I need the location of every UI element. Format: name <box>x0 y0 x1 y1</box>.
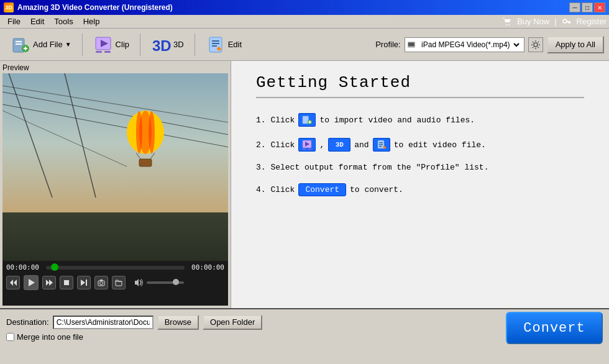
profile-dropdown[interactable]: iPad MPEG4 Video(*.mp4) <box>405 37 524 52</box>
svg-rect-8 <box>16 43 22 45</box>
svg-text:3D: 3D <box>152 37 171 54</box>
titlebar-controls[interactable]: ─ □ ✕ <box>569 2 605 12</box>
menu-help[interactable]: Help <box>78 16 105 27</box>
merge-row: Merge into one file <box>6 332 262 342</box>
svg-rect-53 <box>86 280 87 286</box>
svg-rect-45 <box>139 159 152 166</box>
edit-label: Edit <box>228 40 242 49</box>
profile-thumb-icon <box>408 41 416 48</box>
key-icon <box>562 17 572 27</box>
separator-2 <box>140 34 140 56</box>
progress-bar[interactable] <box>46 266 185 270</box>
svg-point-2 <box>563 19 567 23</box>
open-folder-button[interactable] <box>112 276 126 289</box>
step-forward-icon <box>80 279 88 286</box>
merge-label[interactable]: Merge into one file <box>17 332 83 342</box>
svg-line-35 <box>2 92 228 135</box>
3d-button[interactable]: 3D 3D <box>145 32 190 57</box>
profile-select[interactable]: iPad MPEG4 Video(*.mp4) <box>419 40 521 50</box>
stop-button[interactable] <box>60 276 73 289</box>
edit-icon <box>206 35 226 55</box>
step4-convert-button[interactable]: Convert <box>298 183 346 196</box>
title-divider <box>256 97 584 98</box>
step-forward-button[interactable] <box>77 276 91 289</box>
add-file-button[interactable]: Add File ▼ <box>5 32 77 57</box>
svg-rect-65 <box>303 148 306 150</box>
apply-all-button[interactable]: Apply to All <box>547 36 604 53</box>
gear-icon <box>531 40 541 50</box>
svg-rect-62 <box>309 121 311 123</box>
svg-rect-70 <box>379 146 382 147</box>
volume-area <box>134 278 184 287</box>
timeline: 00:00:00 00:00:00 <box>6 263 224 271</box>
register-link[interactable]: Register <box>577 17 607 26</box>
clip-button[interactable]: Clip <box>88 32 135 57</box>
titlebar-left: 3D Amazing 3D Video Converter (Unregiste… <box>4 2 173 12</box>
svg-rect-69 <box>379 144 383 145</box>
svg-point-24 <box>534 43 538 47</box>
svg-line-29 <box>533 42 534 43</box>
buy-now-link[interactable]: Buy Now <box>517 17 549 26</box>
convert-button[interactable]: Convert <box>506 312 603 344</box>
svg-line-44 <box>150 153 155 159</box>
svg-point-55 <box>100 282 103 285</box>
merge-checkbox[interactable] <box>6 333 14 341</box>
menu-tools[interactable]: Tools <box>49 16 78 27</box>
total-time: 00:00:00 <box>188 263 224 271</box>
step2-3d-icon[interactable]: 3D <box>328 138 350 152</box>
edit-button[interactable]: Edit <box>200 32 247 57</box>
menu-file[interactable]: File <box>2 16 25 27</box>
menubar: File Edit Tools Help Buy Now | Register <box>0 15 609 29</box>
play-button[interactable] <box>24 275 39 290</box>
browse-button[interactable]: Browse <box>157 315 199 330</box>
playback-controls <box>6 274 224 291</box>
svg-line-31 <box>533 47 534 48</box>
svg-marker-49 <box>46 280 49 286</box>
open-folder-button[interactable]: Open Folder <box>203 315 262 330</box>
svg-rect-23 <box>408 42 414 46</box>
svg-point-1 <box>508 24 510 25</box>
restore-button[interactable]: □ <box>582 2 593 12</box>
svg-rect-57 <box>116 281 122 286</box>
step-3: 3. Select output format from the "Profil… <box>256 163 584 172</box>
titlebar: 3D Amazing 3D Video Converter (Unregiste… <box>0 0 609 15</box>
right-panel: Getting Started 1. Click to import video… <box>231 61 609 308</box>
minimize-button[interactable]: ─ <box>569 2 580 12</box>
svg-marker-58 <box>135 279 139 286</box>
bottom-row1: Destination: Browse Open Folder <box>6 315 262 330</box>
skip-back-button[interactable] <box>6 276 20 289</box>
volume-slider[interactable] <box>147 281 184 284</box>
svg-marker-48 <box>29 279 35 286</box>
step-1-text: 1. Click to import video and audio files… <box>256 113 475 127</box>
add-file-dropdown-arrow[interactable]: ▼ <box>65 41 71 48</box>
skip-back-icon <box>9 279 17 286</box>
bottom-left: Destination: Browse Open Folder Merge in… <box>6 315 262 342</box>
settings-button[interactable] <box>528 37 543 52</box>
svg-line-30 <box>538 47 539 48</box>
svg-rect-68 <box>379 142 383 143</box>
svg-rect-7 <box>16 41 22 42</box>
svg-line-37 <box>2 86 228 123</box>
svg-marker-47 <box>14 280 17 286</box>
svg-rect-5 <box>568 22 569 24</box>
destination-input[interactable] <box>53 316 153 329</box>
fast-forward-button[interactable] <box>42 276 56 289</box>
svg-marker-46 <box>10 280 13 286</box>
cart-icon <box>502 17 512 27</box>
progress-knob[interactable] <box>51 263 58 271</box>
add-file-icon <box>11 35 30 55</box>
step2-edit-icon[interactable] <box>373 138 390 152</box>
clip-icon-small <box>302 140 312 150</box>
step-1: 1. Click to import video and audio files… <box>256 113 584 127</box>
svg-rect-19 <box>212 43 219 44</box>
volume-knob[interactable] <box>173 279 179 285</box>
step-4-text: 4. Click Convert to convert. <box>256 183 403 196</box>
svg-rect-15 <box>104 51 111 53</box>
step1-add-icon[interactable] <box>298 113 316 127</box>
svg-line-43 <box>136 153 140 159</box>
menu-edit[interactable]: Edit <box>25 16 49 27</box>
close-button[interactable]: ✕ <box>594 2 605 12</box>
screenshot-button[interactable] <box>94 276 108 289</box>
step2-clip-icon[interactable] <box>298 138 316 152</box>
play-icon <box>27 278 35 287</box>
